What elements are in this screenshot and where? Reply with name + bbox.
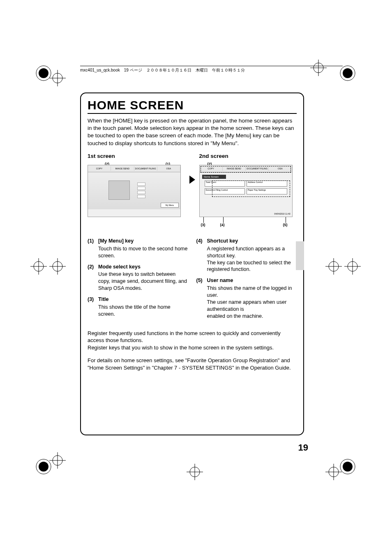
desc-num: (1): [88, 238, 98, 259]
desc-item: (4)Shortcut keyA registered function app…: [196, 238, 297, 273]
desc-text: Touch this to move to the second home sc…: [98, 245, 188, 259]
svg-point-1: [39, 68, 48, 78]
document-header: mxc401_us_qck.book 19 ページ ２００８年１０月１６日 木曜…: [80, 66, 343, 73]
tab-copy[interactable]: COPY: [88, 166, 111, 171]
my-menu-button[interactable]: My Menu: [161, 203, 179, 208]
page-number: 19: [298, 442, 308, 453]
mode-tabs: COPY IMAGE SEND DOCUMENT FILING OSA: [88, 165, 180, 172]
side-tab: [296, 241, 304, 270]
desc-text: Use these keys to switch between copy, i…: [98, 271, 188, 292]
desc-body: TitleThis shows the title of the home sc…: [98, 296, 188, 318]
desc-item: (2)Mode select keysUse these keys to swi…: [88, 264, 188, 292]
shortcuts-outline: [212, 180, 290, 197]
svg-point-3: [343, 68, 353, 78]
desc-text: A registered function appears as a short…: [207, 245, 297, 273]
desc-title: Mode select keys: [98, 264, 188, 271]
callout-4: (4): [220, 223, 225, 227]
printer-icon: [108, 180, 130, 200]
desc-body: Shortcut keyA registered function appear…: [207, 238, 297, 273]
tab-image-send[interactable]: IMAGE SEND: [111, 166, 134, 171]
screen2-label: 2nd screen: [199, 153, 297, 159]
tab-doc-filing[interactable]: DOCUMENT FILING: [134, 166, 157, 171]
desc-title: [My Menu] key: [98, 238, 188, 245]
crosshair-icon: [49, 70, 66, 86]
desc-num: (3): [88, 296, 98, 318]
desc-text: This shows the title of the home screen.: [98, 304, 188, 318]
desc-body: [My Menu] keyTouch this to move to the s…: [98, 238, 188, 259]
crosshair-icon: [49, 452, 66, 469]
desc-item: (5)User nameThis shows the name of the l…: [196, 277, 297, 319]
desc-num: (5): [196, 277, 207, 319]
desc-column-left: (1)[My Menu] keyTouch this to move to th…: [88, 238, 188, 324]
desc-num: (2): [88, 264, 98, 292]
bottom-paragraph-2: For details on home screen settings, see…: [88, 357, 297, 371]
home-title-bar: Home Screen: [202, 175, 226, 179]
screen2-panel: COPY IMAGE SEND DOCUMENT FILING OSA Home…: [199, 165, 293, 217]
crosshair-icon: [325, 464, 342, 480]
svg-point-7: [343, 462, 353, 472]
arrow-right-icon: [189, 176, 195, 184]
callout-3: (3): [201, 223, 205, 227]
desc-title: User name: [207, 277, 297, 284]
desc-column-right: (4)Shortcut keyA registered function app…: [196, 238, 297, 324]
desc-item: (1)[My Menu] keyTouch this to move to th…: [88, 238, 188, 259]
screen1-panel: COPY IMAGE SEND DOCUMENT FILING OSA My M…: [88, 165, 181, 217]
desc-item: (3)TitleThis shows the title of the home…: [88, 296, 188, 318]
crosshair-icon: [344, 258, 361, 275]
mode-keys-outline: [201, 166, 291, 173]
callout-5: (5): [283, 223, 288, 227]
svg-point-5: [39, 462, 48, 472]
desc-body: Mode select keysUse these keys to switch…: [98, 264, 188, 292]
crosshair-icon: [49, 258, 66, 275]
desc-title: Title: [98, 296, 188, 303]
content-frame: HOME SCREEN When the [HOME] key is press…: [80, 92, 304, 435]
desc-title: Shortcut key: [207, 238, 297, 245]
bottom-paragraph-1: Register frequently used functions in th…: [88, 330, 297, 352]
tab-osa[interactable]: OSA: [157, 166, 180, 171]
desc-text: This shows the name of the logged in use…: [207, 285, 297, 319]
paper-tray-icon: [137, 183, 145, 199]
crosshair-icon: [325, 258, 342, 275]
crosshair-icon: [30, 258, 47, 275]
desc-num: (4): [196, 238, 207, 273]
timestamp: 04/04/2010 11:43: [274, 213, 291, 215]
desc-body: User nameThis shows the name of the logg…: [207, 277, 297, 319]
screen1-label: 1st screen: [88, 153, 185, 159]
crosshair-icon: [187, 464, 203, 480]
page-title: HOME SCREEN: [88, 98, 297, 114]
registration-mark-icon: [335, 61, 360, 86]
intro-paragraph: When the [HOME] key is pressed on the op…: [88, 117, 297, 147]
